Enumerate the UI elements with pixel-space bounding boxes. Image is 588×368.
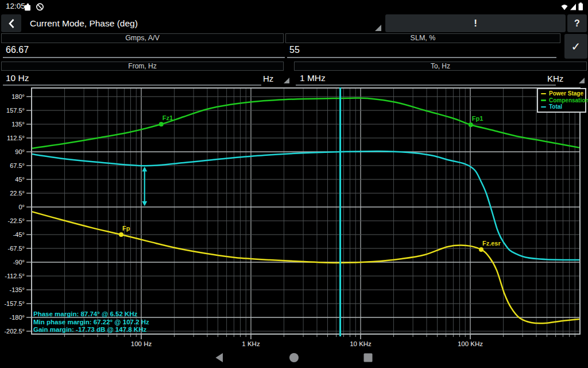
to-input[interactable]: 1 MHz (300, 73, 326, 83)
svg-text:-22.5°: -22.5° (8, 217, 25, 224)
svg-text:-135°: -135° (10, 286, 25, 293)
margin-annotations: Phase margin: 87.74° @ 6.52 KHz Min phas… (33, 310, 149, 334)
svg-text:22.5°: 22.5° (10, 190, 25, 197)
svg-text:Fp1: Fp1 (472, 115, 483, 122)
to-field-label: To, Hz (294, 62, 587, 71)
svg-text:0°: 0° (18, 204, 25, 210)
wifi-icon (562, 5, 568, 10)
svg-text:100 Hz: 100 Hz (131, 340, 152, 347)
svg-text:1 KHz: 1 KHz (242, 340, 260, 347)
svg-text:100 KHz: 100 KHz (458, 340, 483, 347)
gmps-input-underline (3, 57, 285, 58)
svg-text:10 KHz: 10 KHz (350, 340, 372, 347)
android-nav-bar (0, 350, 588, 368)
gain-margin-text: Gain margin: -17.73 dB @ 147.8 KHz (33, 326, 149, 334)
to-unit-caret-icon[interactable] (579, 78, 585, 83)
to-input-underline (296, 85, 556, 86)
legend-dash-icon (541, 99, 546, 101)
title-spinner-caret-icon[interactable] (375, 25, 381, 31)
back-button[interactable] (1, 14, 21, 32)
screen: 12:05 Current Mode, Phase (deg) ! ? Gmps… (0, 0, 588, 368)
legend-label: Total (549, 103, 562, 110)
data-saver-icon (36, 2, 45, 12)
from-unit-spinner[interactable]: Hz (263, 74, 273, 83)
legend-item-power-stage: Power Stage (541, 90, 585, 97)
svg-text:45°: 45° (15, 176, 25, 183)
legend-item-total: Total (541, 103, 585, 110)
page-title-spinner[interactable]: Current Mode, Phase (deg) (30, 14, 138, 32)
nav-back-icon[interactable] (214, 352, 225, 363)
svg-text:112.5°: 112.5° (7, 135, 25, 141)
status-right-icons (561, 2, 585, 12)
svg-text:Fp: Fp (122, 225, 130, 232)
svg-text:67.5°: 67.5° (10, 162, 25, 169)
svg-text:-157.5°: -157.5° (4, 300, 25, 307)
phase-chart[interactable]: 100 Hz1 KHz10 KHz100 KHz180°157.5°135°11… (0, 87, 588, 350)
legend-item-compensation: Compensation (541, 97, 585, 104)
svg-text:Fz.esr: Fz.esr (482, 240, 501, 247)
legend-dash-icon (541, 106, 546, 108)
chart-legend: Power Stage Compensation Total (537, 88, 586, 113)
svg-text:Fz1: Fz1 (163, 114, 173, 121)
svg-text:90°: 90° (15, 148, 25, 155)
from-field-label: From, Hz (1, 62, 284, 71)
svg-text:-112.5°: -112.5° (5, 273, 25, 279)
svg-text:135°: 135° (11, 121, 25, 128)
slm-input-underline (287, 57, 556, 58)
legend-label: Compensation (549, 97, 588, 103)
apply-button[interactable]: ✓ (564, 34, 587, 59)
svg-text:180°: 180° (11, 93, 25, 100)
gmps-input[interactable]: 66.67 (6, 45, 29, 55)
gmps-field-label: Gmps, A/V (1, 33, 284, 43)
nav-home-icon[interactable] (289, 352, 299, 363)
slm-field-label: SLM, % (285, 33, 560, 43)
help-button[interactable]: ? (567, 14, 587, 32)
back-chevron-icon (8, 18, 15, 29)
min-phase-margin-text: Min phase margin: 67.22° @ 107.2 Hz (33, 319, 149, 327)
from-unit-caret-icon[interactable] (284, 78, 289, 83)
svg-text:-45°: -45° (13, 231, 25, 238)
nav-recents-icon[interactable] (362, 352, 374, 363)
from-input[interactable]: 10 Hz (6, 73, 29, 83)
svg-text:-180°: -180° (10, 314, 25, 321)
svg-text:157.5°: 157.5° (6, 107, 25, 114)
battery-icon (579, 3, 583, 11)
phase-margin-text: Phase margin: 87.74° @ 6.52 KHz (33, 310, 149, 319)
cell-signal-icon (570, 4, 576, 10)
svg-text:-202.5°: -202.5° (4, 328, 25, 335)
slm-input[interactable]: 55 (289, 45, 300, 55)
legend-dash-icon (541, 93, 546, 95)
legend-label: Power Stage (549, 90, 583, 97)
svg-text:-90°: -90° (13, 259, 25, 266)
svg-text:-67.5°: -67.5° (8, 245, 25, 252)
to-unit-spinner[interactable]: KHz (547, 74, 563, 83)
from-input-underline (3, 85, 261, 86)
warning-button[interactable]: ! (385, 14, 566, 32)
status-time: 12:05 (6, 2, 25, 10)
